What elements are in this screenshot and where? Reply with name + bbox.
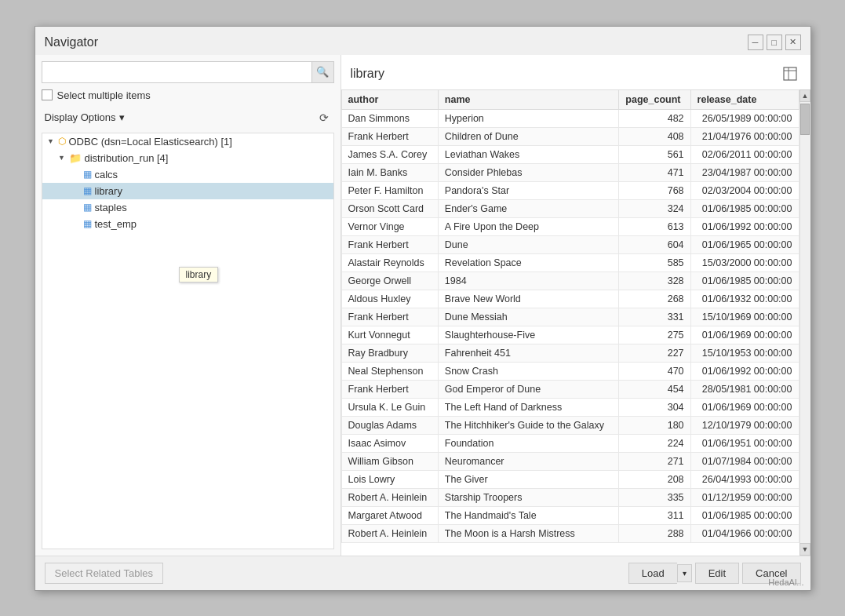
data-table: author name page_count release_date Dan … (341, 89, 799, 543)
scrollbar-track[interactable]: ▲ ▼ (799, 89, 810, 556)
cell-page-count: 227 (619, 344, 690, 362)
cell-author: Alastair Reynolds (341, 253, 438, 272)
refresh-icon-button[interactable]: ⟳ (314, 108, 334, 128)
cell-author: Douglas Adams (341, 416, 438, 434)
cell-name: Consider Phlebas (438, 163, 619, 181)
cell-page-count: 328 (619, 272, 690, 290)
cell-author: Robert A. Heinlein (341, 524, 438, 542)
select-related-button[interactable]: Select Related Tables (45, 563, 164, 584)
maximize-button[interactable]: □ (767, 35, 782, 50)
table-icon-staples: ▦ (83, 202, 92, 213)
table-row: Iain M. Banks Consider Phlebas 471 23/04… (341, 163, 799, 181)
preview-icon-button[interactable] (779, 63, 801, 85)
select-multiple-checkbox[interactable] (42, 89, 53, 100)
cell-page-count: 454 (619, 380, 690, 398)
tree-container[interactable]: ▼ ⬡ ODBC (dsn=Local Elasticsearch) [1] ▼… (42, 133, 334, 549)
cell-release-date: 01/06/1932 00:00:00 (690, 290, 799, 308)
table-header-row: author name page_count release_date (341, 89, 799, 109)
cell-page-count: 482 (619, 109, 690, 127)
cell-release-date: 26/04/1993 00:00:00 (690, 470, 799, 488)
col-header-name: name (438, 89, 619, 109)
cell-release-date: 15/10/1969 00:00:00 (690, 308, 799, 326)
cell-page-count: 275 (619, 326, 690, 344)
cell-release-date: 21/04/1976 00:00:00 (690, 127, 799, 145)
load-button[interactable]: Load (628, 563, 677, 584)
table-row: Margaret Atwood The Handmaid's Tale 311 … (341, 506, 799, 524)
cell-name: The Left Hand of Darkness (438, 398, 619, 416)
cell-release-date: 02/06/2011 00:00:00 (690, 145, 799, 163)
cell-author: Frank Herbert (341, 380, 438, 398)
search-button[interactable]: 🔍 (311, 62, 333, 82)
table-row: Vernor Vinge A Fire Upon the Deep 613 01… (341, 217, 799, 235)
cell-author: Neal Stephenson (341, 362, 438, 380)
table-row: Orson Scott Card Ender's Game 324 01/06/… (341, 199, 799, 217)
data-table-scroll[interactable]: author name page_count release_date Dan … (341, 89, 799, 556)
cell-name: Dune (438, 235, 619, 253)
scroll-down-arrow[interactable]: ▼ (799, 543, 810, 556)
cell-page-count: 335 (619, 488, 690, 506)
table-row: Ray Bradbury Fahrenheit 451 227 15/10/19… (341, 344, 799, 362)
table-row: Alastair Reynolds Revelation Space 585 1… (341, 253, 799, 272)
cell-author: Orson Scott Card (341, 199, 438, 217)
cell-name: Neuromancer (438, 452, 619, 470)
table-row: George Orwell 1984 328 01/06/1985 00:00:… (341, 272, 799, 290)
cell-release-date: 01/06/1985 00:00:00 (690, 199, 799, 217)
tree-item-root[interactable]: ▼ ⬡ ODBC (dsn=Local Elasticsearch) [1] (42, 133, 333, 150)
tree-item-distribution[interactable]: ▼ 📁 distribution_run [4] (42, 150, 333, 166)
tree-item-staples[interactable]: ▦ staples (42, 199, 333, 216)
edit-button[interactable]: Edit (695, 563, 739, 584)
table-row: Ursula K. Le Guin The Left Hand of Darkn… (341, 398, 799, 416)
select-multiple-row: Select multiple items (42, 89, 334, 101)
close-button[interactable]: ✕ (785, 35, 801, 50)
table-row: Robert A. Heinlein Starship Troopers 335… (341, 488, 799, 506)
tree-item-calcs[interactable]: ▦ calcs (42, 166, 333, 183)
cell-release-date: 02/03/2004 00:00:00 (690, 181, 799, 199)
table-icon-test-emp: ▦ (83, 218, 92, 229)
cell-name: Fahrenheit 451 (438, 344, 619, 362)
cell-name: The Moon is a Harsh Mistress (438, 524, 619, 542)
left-panel: 🔍 Select multiple items Display Options … (35, 55, 341, 556)
cell-author: Frank Herbert (341, 127, 438, 145)
cell-release-date: 01/06/1992 00:00:00 (690, 217, 799, 235)
cell-release-date: 01/06/1992 00:00:00 (690, 362, 799, 380)
tree-item-test-emp[interactable]: ▦ test_emp (42, 216, 333, 232)
scroll-up-arrow[interactable]: ▲ (799, 89, 810, 102)
cell-release-date: 26/05/1989 00:00:00 (690, 109, 799, 127)
cell-author: Isaac Asimov (341, 434, 438, 452)
load-dropdown-button[interactable]: ▾ (677, 564, 692, 582)
cell-name: Brave New World (438, 290, 619, 308)
cell-author: George Orwell (341, 272, 438, 290)
tree-item-library[interactable]: ▦ library (42, 183, 333, 199)
search-input[interactable] (42, 63, 311, 81)
cell-page-count: 471 (619, 163, 690, 181)
folder-icon: 📁 (69, 152, 82, 164)
scrollbar-thumb[interactable] (800, 104, 810, 135)
cell-author: Iain M. Banks (341, 163, 438, 181)
cell-name: Hyperion (438, 109, 619, 127)
display-options-label: Display Options (45, 111, 116, 123)
tree-label-test-emp: test_emp (95, 218, 137, 230)
cell-name: Leviathan Wakes (438, 145, 619, 163)
cell-author: James S.A. Corey (341, 145, 438, 163)
cell-page-count: 324 (619, 199, 690, 217)
window-title: Navigator (45, 35, 98, 49)
cell-name: A Fire Upon the Deep (438, 217, 619, 235)
cell-page-count: 604 (619, 235, 690, 253)
cell-page-count: 268 (619, 290, 690, 308)
table-row: Aldous Huxley Brave New World 268 01/06/… (341, 290, 799, 308)
cell-author: Kurt Vonnegut (341, 326, 438, 344)
cell-page-count: 180 (619, 416, 690, 434)
right-header: library (341, 55, 810, 89)
svg-rect-0 (784, 67, 796, 80)
display-options-button[interactable]: Display Options ▾ (42, 110, 128, 125)
minimize-button[interactable]: ─ (748, 35, 763, 50)
col-header-author: author (341, 89, 438, 109)
cell-name: Slaughterhouse-Five (438, 326, 619, 344)
cell-author: Frank Herbert (341, 308, 438, 326)
table-row: James S.A. Corey Leviathan Wakes 561 02/… (341, 145, 799, 163)
cell-name: Snow Crash (438, 362, 619, 380)
tree-arrow-distribution: ▼ (58, 154, 66, 162)
cell-author: William Gibson (341, 452, 438, 470)
table-row: Frank Herbert Dune 604 01/06/1965 00:00:… (341, 235, 799, 253)
search-bar: 🔍 (42, 61, 334, 83)
